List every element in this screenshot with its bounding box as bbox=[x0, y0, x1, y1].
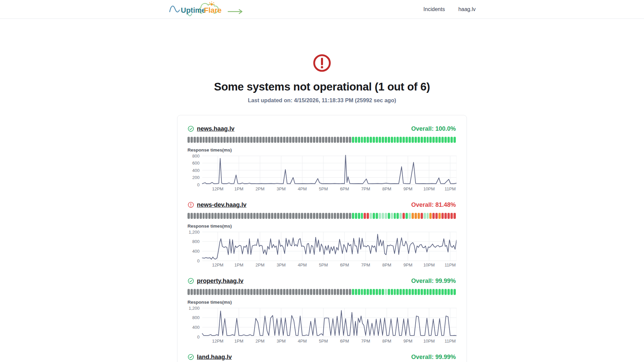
uptime-segment bbox=[203, 213, 205, 219]
uptime-segment bbox=[304, 289, 306, 295]
uptime-segment bbox=[328, 213, 330, 219]
monitors-card: news.haag.lvOverall: 100.0%Response time… bbox=[177, 115, 467, 362]
uptime-segment bbox=[200, 289, 202, 295]
x-axis-tick: 3PM bbox=[277, 262, 286, 267]
uptime-segment bbox=[346, 213, 348, 219]
response-time-chart: 04008001,20012PM1PM2PM3PM4PM5PM6PM7PM8PM… bbox=[187, 229, 457, 269]
uptime-segment bbox=[274, 289, 276, 295]
uptime-segment bbox=[277, 289, 279, 295]
uptime-segment bbox=[441, 213, 444, 219]
uptime-history-bar[interactable] bbox=[187, 213, 456, 219]
uptime-segment bbox=[253, 137, 256, 143]
x-axis-tick: 1PM bbox=[234, 186, 244, 191]
uptime-segment bbox=[402, 289, 405, 295]
uptime-segment bbox=[367, 137, 369, 143]
x-axis-tick: 4PM bbox=[298, 339, 307, 344]
monitor-header: news-dev.haag.lvOverall: 81.48% bbox=[187, 201, 456, 209]
y-axis-tick: 800 bbox=[192, 315, 200, 320]
uptime-segment bbox=[429, 137, 432, 143]
uptime-segment bbox=[396, 137, 399, 143]
uptime-segment bbox=[343, 213, 345, 219]
x-axis-tick: 7PM bbox=[361, 339, 370, 344]
x-axis-tick: 5PM bbox=[319, 186, 328, 191]
monitor-row: land.haag.lvOverall: 99.99% bbox=[187, 353, 456, 362]
monitor-header: news.haag.lvOverall: 100.0% bbox=[187, 125, 456, 133]
uptime-segment bbox=[319, 213, 321, 219]
uptime-segment bbox=[435, 289, 438, 295]
x-axis-tick: 11PM bbox=[445, 186, 456, 191]
uptime-segment bbox=[286, 289, 288, 295]
monitor-link[interactable]: news.haag.lv bbox=[197, 125, 234, 132]
y-axis-tick: 400 bbox=[192, 325, 200, 330]
monitor-link[interactable]: property.haag.lv bbox=[197, 278, 244, 285]
uptime-segment bbox=[187, 213, 190, 219]
uptime-segment bbox=[292, 137, 294, 143]
x-axis-tick: 6PM bbox=[340, 186, 349, 191]
x-axis-tick: 8PM bbox=[382, 262, 391, 267]
uptime-segment bbox=[424, 213, 426, 219]
uptime-segment bbox=[409, 289, 411, 295]
y-axis-tick: 800 bbox=[192, 154, 200, 159]
uptime-segment bbox=[399, 213, 402, 219]
uptime-segment bbox=[399, 289, 402, 295]
uptime-segment bbox=[200, 213, 202, 219]
uptime-segment bbox=[235, 289, 238, 295]
x-axis-tick: 10PM bbox=[423, 339, 435, 344]
uptime-segment bbox=[370, 137, 372, 143]
uptime-segment bbox=[391, 213, 393, 219]
uptime-segment bbox=[274, 137, 276, 143]
uptime-segment bbox=[271, 213, 273, 219]
status-hero: Some systems not operational (1 out of 6… bbox=[0, 19, 644, 104]
nav-haag-link[interactable]: haag.lv bbox=[458, 6, 476, 12]
uptime-segment bbox=[241, 213, 244, 219]
uptime-segment bbox=[262, 137, 265, 143]
uptime-segment bbox=[253, 289, 256, 295]
uptimeflare-logo[interactable]: Uptime Flare bbox=[168, 1, 245, 17]
monitor-link[interactable]: land.haag.lv bbox=[197, 354, 232, 361]
check-circle-icon bbox=[187, 125, 194, 132]
uptime-segment bbox=[223, 213, 226, 219]
uptime-segment bbox=[438, 289, 441, 295]
uptime-segment bbox=[361, 137, 363, 143]
uptime-segment bbox=[340, 137, 342, 143]
uptime-segment bbox=[211, 289, 214, 295]
uptime-segment bbox=[402, 213, 405, 219]
uptime-segment bbox=[268, 213, 270, 219]
uptime-segment bbox=[319, 137, 321, 143]
uptime-segment bbox=[396, 289, 399, 295]
uptime-segment bbox=[453, 137, 456, 143]
uptime-segment bbox=[283, 213, 285, 219]
uptime-segment bbox=[352, 137, 354, 143]
uptime-segment bbox=[277, 213, 279, 219]
monitor-title-group: land.haag.lv bbox=[187, 354, 232, 361]
uptime-segment bbox=[256, 137, 259, 143]
uptime-history-bar[interactable] bbox=[187, 289, 456, 295]
x-axis-tick: 4PM bbox=[298, 186, 307, 191]
uptime-segment bbox=[412, 213, 414, 219]
x-axis-tick: 11PM bbox=[445, 262, 456, 267]
uptime-segment bbox=[379, 289, 381, 295]
uptime-segment bbox=[364, 137, 366, 143]
x-axis-tick: 9PM bbox=[404, 339, 413, 344]
uptime-segment bbox=[256, 213, 259, 219]
uptime-segment bbox=[322, 137, 324, 143]
y-axis-tick: 800 bbox=[192, 239, 200, 244]
y-axis-tick: 1,200 bbox=[189, 230, 200, 235]
uptime-segment bbox=[450, 137, 453, 143]
chart-label: Response times(ms) bbox=[187, 300, 456, 305]
uptime-segment bbox=[319, 289, 321, 295]
x-axis-tick: 5PM bbox=[319, 339, 328, 344]
nav-incidents-link[interactable]: Incidents bbox=[423, 6, 445, 12]
svg-text:Uptime: Uptime bbox=[181, 6, 206, 14]
monitor-link[interactable]: news-dev.haag.lv bbox=[197, 201, 247, 208]
monitor-row: news-dev.haag.lvOverall: 81.48%Response … bbox=[187, 201, 456, 269]
uptime-segment bbox=[203, 289, 205, 295]
uptime-history-bar[interactable] bbox=[187, 137, 456, 143]
uptime-segment bbox=[304, 137, 306, 143]
uptime-segment bbox=[361, 213, 363, 219]
uptime-segment bbox=[322, 213, 324, 219]
check-circle-icon bbox=[187, 354, 194, 360]
uptime-segment bbox=[277, 137, 279, 143]
x-axis-tick: 12PM bbox=[212, 186, 223, 191]
overall-uptime-label: Overall: 99.99% bbox=[411, 354, 456, 361]
